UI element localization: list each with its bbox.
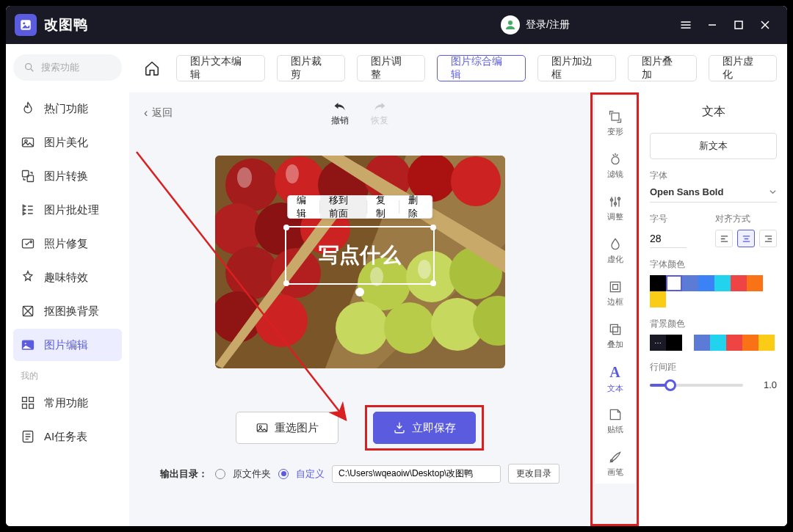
undo-button[interactable]: 撤销 <box>331 100 349 127</box>
bg-color-swatch[interactable] <box>758 335 775 351</box>
home-button[interactable] <box>140 56 164 81</box>
svg-rect-16 <box>23 404 27 409</box>
align-label: 对齐方式 <box>715 213 777 225</box>
align-right-button[interactable] <box>759 230 777 247</box>
reselect-button[interactable]: 重选图片 <box>236 412 338 444</box>
save-button[interactable]: 立即保存 <box>373 412 476 444</box>
tab-blur[interactable]: 图片虚化 <box>709 55 777 81</box>
tab-adjust[interactable]: 图片调整 <box>357 55 425 81</box>
app-title: 改图鸭 <box>44 15 88 34</box>
radio-original-folder[interactable] <box>215 469 225 479</box>
output-path-input[interactable] <box>332 465 501 483</box>
download-icon <box>393 421 406 434</box>
line-height-slider[interactable] <box>650 384 743 387</box>
minimize-button[interactable] <box>699 12 725 38</box>
rail-filter[interactable]: 滤镜 <box>599 146 631 186</box>
rail-overlay[interactable]: 叠加 <box>599 316 631 356</box>
sidebar-item-effects[interactable]: 趣味特效 <box>13 261 122 294</box>
avatar[interactable] <box>501 15 520 34</box>
svg-rect-57 <box>612 285 618 290</box>
rail-text[interactable]: A文本 <box>599 359 631 398</box>
bg-color-swatch[interactable] <box>726 335 742 351</box>
text-context-toolbar: 编辑 移到前面 复制 删除 <box>287 195 432 219</box>
bg-color-swatch[interactable] <box>710 335 726 351</box>
tab-comprehensive[interactable]: 图片综合编辑 <box>437 55 526 81</box>
line-height-label: 行间距 <box>650 361 777 374</box>
font-color-swatch[interactable] <box>731 275 747 291</box>
font-color-label: 字体颜色 <box>650 258 777 271</box>
change-dir-button[interactable]: 更改目录 <box>508 464 560 484</box>
svg-rect-17 <box>29 404 34 409</box>
annotation-highlight-rail: 变形 滤镜 调整 虚化 边框 叠加 A文本 贴纸 画笔 <box>590 92 639 526</box>
search-input[interactable]: 搜索功能 <box>13 54 122 81</box>
font-color-swatch[interactable] <box>650 291 666 307</box>
radio-custom-folder[interactable] <box>278 469 289 479</box>
output-label: 输出目录： <box>160 467 208 481</box>
sidebar-item-edit[interactable]: 图片编辑 <box>13 329 122 361</box>
text-front-button[interactable]: 移到前面 <box>320 196 366 218</box>
font-color-swatch[interactable] <box>698 275 714 291</box>
bg-color-swatch[interactable]: ⋯ <box>650 335 666 351</box>
text-content[interactable]: 写点什么 <box>319 241 401 269</box>
sidebar-item-common[interactable]: 常用功能 <box>13 387 122 419</box>
font-select[interactable]: Open Sans Bold <box>650 182 777 203</box>
font-color-swatch[interactable] <box>666 275 682 291</box>
svg-point-4 <box>26 64 32 70</box>
svg-point-52 <box>612 157 619 164</box>
menu-button[interactable] <box>673 12 699 38</box>
back-button[interactable]: ‹返回 <box>144 106 173 120</box>
svg-rect-56 <box>610 282 620 291</box>
image-icon <box>256 421 269 434</box>
tab-overlay[interactable]: 图片叠加 <box>628 55 696 81</box>
sidebar-item-batch[interactable]: 图片批处理 <box>13 194 122 226</box>
svg-point-36 <box>286 164 299 183</box>
sidebar-item-hot[interactable]: 热门功能 <box>13 92 122 125</box>
bg-color-label: 背景颜色 <box>650 318 777 330</box>
text-edit-button[interactable]: 编辑 <box>288 196 319 218</box>
watermark: 值 什么值得买 <box>711 506 783 525</box>
align-left-button[interactable] <box>715 230 733 247</box>
rail-brush[interactable]: 画笔 <box>599 444 631 484</box>
login-link[interactable]: 登录/注册 <box>526 18 570 32</box>
bg-color-swatch[interactable] <box>666 335 682 351</box>
size-label: 字号 <box>650 213 700 225</box>
close-button[interactable] <box>752 12 778 38</box>
rail-transform[interactable]: 变形 <box>599 103 631 143</box>
canvas-image[interactable]: 编辑 移到前面 复制 删除 写点什么 <box>215 156 505 368</box>
svg-point-40 <box>336 302 388 354</box>
text-delete-button[interactable]: 删除 <box>399 196 431 218</box>
rail-blur[interactable]: 虚化 <box>599 231 631 271</box>
tab-text-edit[interactable]: 图片文本编辑 <box>176 55 265 81</box>
sidebar-item-convert[interactable]: 图片转换 <box>13 160 122 192</box>
bg-color-swatch[interactable] <box>742 335 758 351</box>
svg-point-1 <box>23 22 25 24</box>
tab-crop[interactable]: 图片裁剪 <box>277 55 345 81</box>
svg-rect-0 <box>21 20 31 30</box>
maximize-button[interactable] <box>725 12 752 38</box>
rail-border[interactable]: 边框 <box>599 274 631 313</box>
font-color-swatch[interactable] <box>747 275 763 291</box>
rail-sticker[interactable]: 贴纸 <box>599 401 631 441</box>
redo-button: 恢复 <box>371 100 388 127</box>
rotate-handle[interactable] <box>355 288 364 296</box>
text-selection-box[interactable]: 写点什么 <box>285 226 435 285</box>
svg-rect-15 <box>29 398 34 402</box>
font-color-swatch[interactable] <box>714 275 731 291</box>
svg-point-50 <box>259 426 261 428</box>
panel-title: 文本 <box>650 104 777 120</box>
svg-rect-51 <box>612 113 619 120</box>
text-copy-button[interactable]: 复制 <box>367 196 399 218</box>
rail-adjust[interactable]: 调整 <box>599 189 631 228</box>
bg-color-swatch[interactable] <box>694 335 710 351</box>
sidebar-item-repair[interactable]: 照片修复 <box>13 227 122 260</box>
app-logo <box>15 14 37 36</box>
sidebar-item-aitasks[interactable]: AI任务表 <box>13 420 122 453</box>
sidebar-item-beautify[interactable]: 图片美化 <box>13 126 122 158</box>
sidebar-item-cutout[interactable]: 抠图换背景 <box>13 295 122 327</box>
font-color-swatch[interactable] <box>682 275 698 291</box>
font-size-input[interactable] <box>650 230 687 248</box>
font-color-swatch[interactable] <box>650 275 666 291</box>
new-text-button[interactable]: 新文本 <box>650 133 777 159</box>
tab-border[interactable]: 图片加边框 <box>537 55 616 81</box>
align-center-button[interactable] <box>737 230 755 247</box>
